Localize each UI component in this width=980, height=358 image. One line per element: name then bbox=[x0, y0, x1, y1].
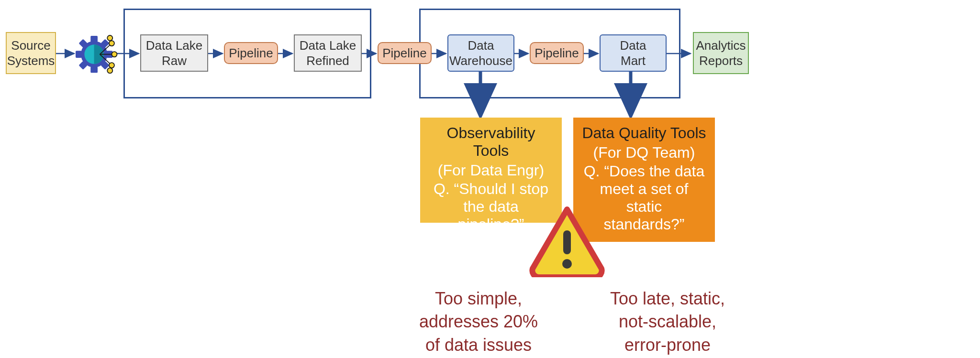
callout-sub: Q. “Should I stop bbox=[429, 180, 553, 198]
etl-gear-icon bbox=[76, 30, 120, 74]
label: Too simple, addresses 20% of data issues bbox=[419, 289, 538, 355]
issue-text-observability: Too simple, addresses 20% of data issues bbox=[412, 264, 546, 357]
label: Data Lake Refined bbox=[300, 38, 356, 69]
node-pipeline-3: Pipeline bbox=[530, 42, 584, 64]
svg-point-26 bbox=[109, 63, 114, 68]
label: Data Mart bbox=[620, 38, 646, 69]
node-data-mart: Data Mart bbox=[600, 34, 667, 72]
label: Source Systems bbox=[7, 38, 55, 69]
label: Pipeline bbox=[229, 46, 273, 61]
issue-text-dq: Too late, static, not-scalable, error-pr… bbox=[598, 264, 737, 357]
label: Analytics Reports bbox=[696, 38, 746, 69]
callout-sub: (For DQ Team) bbox=[582, 144, 706, 162]
svg-point-28 bbox=[107, 68, 112, 73]
label: Pipeline bbox=[382, 46, 427, 61]
node-pipeline-1: Pipeline bbox=[224, 42, 278, 64]
svg-rect-12 bbox=[90, 66, 98, 73]
label: Too late, static, not-scalable, error-pr… bbox=[610, 289, 725, 355]
node-data-lake-refined: Data Lake Refined bbox=[294, 34, 362, 72]
svg-rect-13 bbox=[76, 51, 82, 58]
callout-sub: Q. “Does the data bbox=[582, 163, 706, 180]
node-analytics-reports: Analytics Reports bbox=[693, 32, 749, 74]
label: Data Lake Raw bbox=[146, 38, 203, 69]
label: Pipeline bbox=[535, 46, 579, 61]
node-data-lake-raw: Data Lake Raw bbox=[140, 34, 208, 72]
label: Data Warehouse bbox=[449, 38, 512, 69]
svg-point-25 bbox=[111, 52, 117, 57]
node-data-warehouse: Data Warehouse bbox=[447, 34, 514, 72]
svg-rect-11 bbox=[90, 36, 98, 42]
svg-point-27 bbox=[107, 35, 112, 41]
svg-rect-29 bbox=[563, 230, 571, 254]
svg-point-30 bbox=[562, 259, 572, 269]
callout-title: Observability Tools bbox=[429, 124, 553, 160]
callout-title: Data Quality Tools bbox=[582, 124, 706, 142]
callout-sub: (For Data Engr) bbox=[429, 162, 553, 179]
node-source-systems: Source Systems bbox=[6, 32, 56, 74]
node-pipeline-2: Pipeline bbox=[378, 42, 432, 64]
svg-point-24 bbox=[109, 41, 114, 46]
